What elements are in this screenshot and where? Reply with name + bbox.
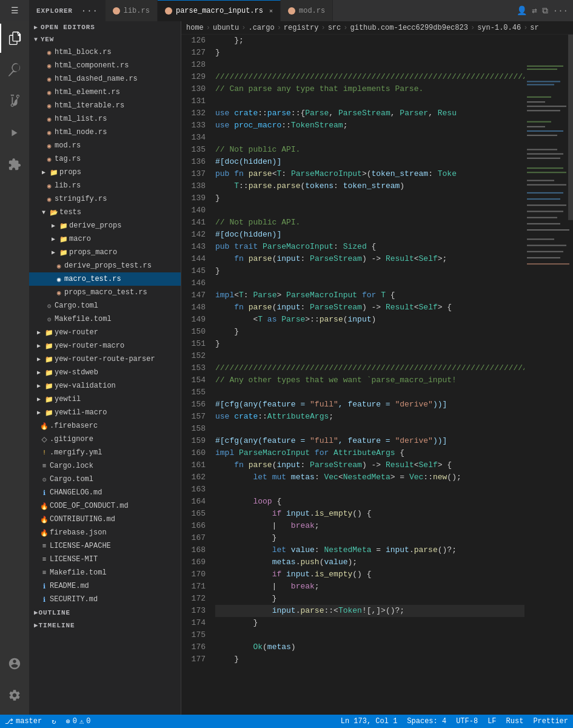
sidebar-item-lib[interactable]: ◉ lib.rs xyxy=(29,179,181,192)
svg-rect-15 xyxy=(527,158,560,159)
sidebar-item-html-node[interactable]: ◉ html_node.rs xyxy=(29,126,181,139)
code-line-137: pub fn parse<T: ParseMacroInput>(token_s… xyxy=(215,168,524,180)
svg-rect-5 xyxy=(527,96,551,98)
sidebar-item-mod[interactable]: ◉ mod.rs xyxy=(29,139,181,152)
sidebar-item-html-element[interactable]: ◉ html_element.rs xyxy=(29,86,181,99)
tab-mod-rs[interactable]: mod.rs xyxy=(281,0,333,21)
rust-file-icon: ◉ xyxy=(44,142,55,150)
sidebar-item-code-of-conduct[interactable]: 🔥 CODE_OF_CONDUCT.md xyxy=(29,499,181,513)
status-errors[interactable]: ⊗ 0 ⚠ 0 xyxy=(61,715,95,728)
svg-rect-26 xyxy=(527,229,569,231)
sidebar-toggle[interactable]: ☰ xyxy=(0,5,29,16)
open-editors-header[interactable]: ▶ OPEN EDITORS xyxy=(29,21,181,33)
outline-section-header[interactable]: ▶ OUTLINE xyxy=(29,606,181,619)
activity-explorer[interactable] xyxy=(0,24,29,53)
minimap[interactable] xyxy=(524,35,573,715)
sidebar-item-firebaserc[interactable]: 🔥 .firebaserc xyxy=(29,419,181,433)
sidebar-item-security[interactable]: ℹ SECURITY.md xyxy=(29,593,181,606)
activity-source-control[interactable] xyxy=(0,87,29,116)
folder-icon: 📁 xyxy=(44,409,55,417)
sidebar-item-props-macro-test[interactable]: ◉ props_macro_test.rs xyxy=(29,286,181,299)
sidebar-item-yew-router[interactable]: ▶ 📁 yew-router xyxy=(29,326,181,339)
rust-file-icon: ◉ xyxy=(44,182,55,190)
status-ln-col[interactable]: Ln 173, Col 1 xyxy=(336,717,403,726)
status-spaces[interactable]: Spaces: 4 xyxy=(402,717,451,726)
rust-file-icon-3 xyxy=(288,7,295,15)
activity-run[interactable] xyxy=(0,118,29,147)
sidebar-item-html-iterable[interactable]: ◉ html_iterable.rs xyxy=(29,99,181,112)
status-right: Ln 173, Col 1 Spaces: 4 UTF-8 LF Rust Pr… xyxy=(336,717,573,726)
sidebar-item-tag[interactable]: ◉ tag.rs xyxy=(29,152,181,166)
sidebar-item-tests-folder[interactable]: ▼ 📂 tests xyxy=(29,206,181,219)
folder-chevron-icon: ▶ xyxy=(34,396,44,403)
sidebar-item-html-block[interactable]: ◉ html_block.rs xyxy=(29,46,181,59)
folder-icon: 📁 xyxy=(44,329,55,337)
tab-close-icon[interactable]: ✕ xyxy=(269,7,273,15)
sidebar-item-yew-router-macro[interactable]: ▶ 📁 yew-router-macro xyxy=(29,339,181,352)
svg-rect-3 xyxy=(527,81,560,82)
status-branch[interactable]: ⎇ master xyxy=(0,715,47,728)
sidebar-item-html-list[interactable]: ◉ html_list.rs xyxy=(29,112,181,126)
status-sync[interactable]: ↻ xyxy=(47,715,61,728)
sidebar-item-props-macro-folder[interactable]: ▶ 📁 props_macro xyxy=(29,246,181,259)
yew-section-header[interactable]: ▼ YEW xyxy=(29,33,181,46)
split-editor-icon[interactable]: ⧉ xyxy=(542,6,548,16)
svg-rect-0 xyxy=(524,35,573,715)
timeline-section-header[interactable]: ▶ TIMELINE xyxy=(29,619,181,632)
activity-settings[interactable] xyxy=(0,681,29,710)
sidebar-item-contributing[interactable]: 🔥 CONTRIBUTING.md xyxy=(29,513,181,526)
sidebar-item-yew-router-route-parser[interactable]: ▶ 📁 yew-router-route-parser xyxy=(29,352,181,366)
sidebar-item-readme[interactable]: ℹ README.md xyxy=(29,579,181,593)
sidebar-item-gitignore[interactable]: ◇ .gitignore xyxy=(29,433,181,446)
sidebar-item-derive-props-folder[interactable]: ▶ 📁 derive_props xyxy=(29,219,181,232)
sidebar-item-html-component[interactable]: ◉ html_component.rs xyxy=(29,59,181,72)
tab-lib-rs[interactable]: lib.rs xyxy=(106,0,158,21)
sidebar-item-cargo-lock[interactable]: ≡ Cargo.lock xyxy=(29,459,181,473)
folder-chevron-icon: ▶ xyxy=(34,369,44,376)
sidebar-item-firebase-json[interactable]: 🔥 firebase.json xyxy=(29,526,181,539)
svg-rect-6 xyxy=(527,101,545,103)
sidebar-item-license-mit[interactable]: ≡ LICENSE-MIT xyxy=(29,553,181,566)
sidebar-item-cargo-toml-root[interactable]: ⚙ Cargo.toml xyxy=(29,473,181,486)
sidebar-item-makefile-toml[interactable]: ⚙ Makefile.toml xyxy=(29,312,181,326)
code-line-130: // Can parse any type that implements Pa… xyxy=(215,83,524,95)
tab-parse-macro-input[interactable]: parse_macro_input.rs ✕ xyxy=(158,0,281,21)
status-language[interactable]: Rust xyxy=(501,717,529,726)
sidebar-item-changelog[interactable]: ℹ CHANGELOG.md xyxy=(29,486,181,499)
sidebar-item-derive-props-test[interactable]: ◉ derive_props_test.rs xyxy=(29,259,181,272)
sidebar-item-yewtil[interactable]: ▶ 📁 yewtil xyxy=(29,393,181,406)
sidebar-item-license-apache[interactable]: ≡ LICENSE-APACHE xyxy=(29,539,181,553)
sidebar-item-macro-folder[interactable]: ▶ 📁 macro xyxy=(29,232,181,246)
sidebar-item-macro-test[interactable]: ◉ macro_test.rs xyxy=(29,272,181,286)
status-eol[interactable]: LF xyxy=(483,717,501,726)
editor-content[interactable]: 126 127 128 129 130 131 132 133 134 135 … xyxy=(181,35,573,715)
git-sync-icon[interactable]: ⇄ xyxy=(532,5,537,16)
sidebar-item-html-dashed-name[interactable]: ◉ html_dashed_name.rs xyxy=(29,72,181,86)
explorer-more-icon[interactable]: ··· xyxy=(81,6,98,16)
activity-extensions[interactable] xyxy=(0,150,29,179)
code-line-139: } xyxy=(215,192,524,204)
sidebar-item-yew-validation[interactable]: ▶ 📁 yew-validation xyxy=(29,379,181,393)
code-line-165: if input.is_empty() { xyxy=(215,508,524,520)
code-content[interactable]: }; } ///////////////////////////////////… xyxy=(210,35,524,715)
outline-chevron: ▶ xyxy=(34,608,39,616)
code-line-147: impl<T: Parse> ParseMacroInput for T { xyxy=(215,289,524,302)
info-file-icon-3: ℹ xyxy=(39,596,50,604)
activity-search[interactable] xyxy=(0,55,29,84)
sidebar-item-stringify[interactable]: ◉ stringify.rs xyxy=(29,192,181,206)
sidebar-item-props-folder[interactable]: ▶ 📁 props xyxy=(29,166,181,179)
activity-account[interactable] xyxy=(0,649,29,678)
code-line-144: fn parse(input: ParseStream) -> Result<S… xyxy=(215,253,524,265)
sidebar-item-makefile-toml-root[interactable]: ≡ Makefile.toml xyxy=(29,566,181,579)
sidebar-item-yewtil-macro[interactable]: ▶ 📁 yewtil-macro xyxy=(29,406,181,419)
status-encoding[interactable]: UTF-8 xyxy=(451,717,483,726)
status-formatter[interactable]: Prettier xyxy=(528,717,573,726)
user-icon[interactable]: 👤 xyxy=(517,5,527,16)
code-line-128 xyxy=(215,59,524,71)
sidebar-item-cargo-toml[interactable]: ⚙ Cargo.toml xyxy=(29,299,181,312)
sidebar-item-yew-stdweb[interactable]: ▶ 📁 yew-stdweb xyxy=(29,366,181,379)
svg-rect-13 xyxy=(527,149,557,150)
more-actions-icon[interactable]: ··· xyxy=(553,6,568,16)
svg-rect-23 xyxy=(527,211,563,212)
sidebar-item-mergify[interactable]: ! .mergify.yml xyxy=(29,446,181,459)
